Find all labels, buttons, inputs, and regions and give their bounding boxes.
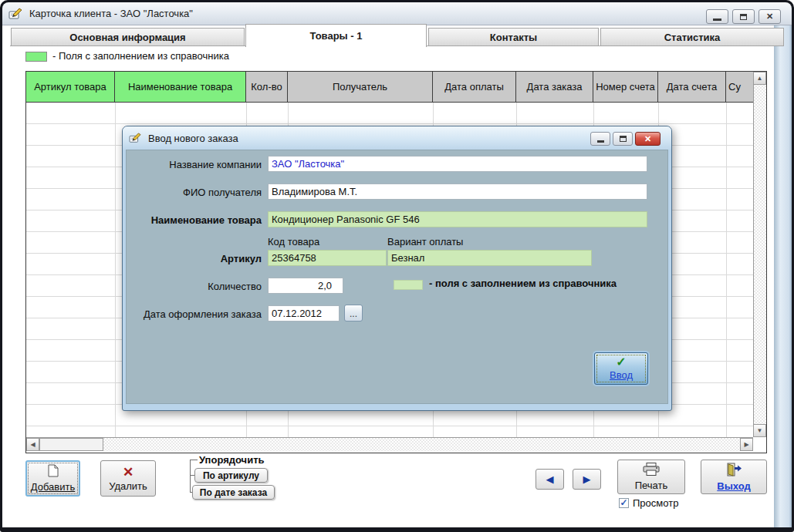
horizontal-scrollbar[interactable]: ◀ ▶	[26, 437, 753, 451]
next-record-button[interactable]: ▶	[573, 469, 601, 490]
exit-door-icon	[725, 463, 742, 479]
company-label: Название компании	[127, 157, 262, 173]
quantity-label: Количество	[127, 279, 262, 295]
column-header-payment-date: Дата оплаты	[433, 72, 516, 103]
order-date-input[interactable]	[268, 305, 340, 322]
preview-checkbox[interactable]: ✓	[619, 498, 629, 508]
scrollbar-corner	[753, 437, 766, 453]
tab-products[interactable]: Товары - 1	[245, 24, 427, 47]
legend-text: - Поля с заполнением из справочника	[52, 50, 229, 62]
delete-button-label: Удалить	[109, 480, 147, 492]
maximize-button[interactable]	[732, 9, 755, 24]
recipient-label: ФИО получателя	[127, 185, 262, 200]
print-button-label: Печать	[635, 480, 668, 491]
grid-column-line	[115, 103, 116, 437]
quantity-input[interactable]	[268, 278, 343, 294]
table-header-row: Артикул товара Наименование товара Кол-в…	[26, 72, 753, 103]
tab-statistics[interactable]: Статистика	[600, 28, 784, 46]
exit-button-label: Выход	[717, 480, 750, 492]
app-icon	[8, 8, 23, 20]
exit-button[interactable]: Выход	[701, 460, 767, 494]
scroll-down-button[interactable]: ▼	[753, 424, 766, 437]
scroll-up-button[interactable]: ▲	[753, 72, 766, 85]
dialog-legend-swatch	[394, 280, 423, 290]
scroll-left-icon: ◀	[30, 442, 35, 448]
minimize-button[interactable]	[706, 9, 728, 24]
column-header-invoice-date: Дата счета	[658, 72, 726, 103]
add-button[interactable]: Добавить	[25, 460, 80, 497]
printer-icon	[643, 463, 660, 478]
tab-main-info[interactable]: Основная информация	[11, 28, 245, 46]
left-arrow-icon: ◀	[546, 474, 554, 484]
window-title: Карточка клиента - ЗАО "Ласточка"	[29, 8, 193, 19]
column-header-order-date: Дата заказа	[516, 72, 593, 103]
order-date-label: Дата оформления заказа	[127, 307, 262, 322]
article-label: Артикул	[127, 251, 262, 267]
maximize-icon	[620, 136, 627, 142]
order-group-label: Упорядочить	[199, 454, 265, 466]
order-bracket-tick	[190, 460, 198, 460]
dialog-maximize-button[interactable]	[613, 132, 633, 146]
column-header-product-name: Наименование товара	[115, 72, 246, 103]
dialog-controls: ✕	[590, 132, 661, 146]
dialog-title-bar[interactable]: Ввод нового заказа ✕	[123, 126, 671, 150]
scroll-up-icon: ▲	[757, 76, 763, 82]
checkbox-check-icon: ✓	[620, 498, 627, 507]
delete-button[interactable]: ✕ Удалить	[100, 460, 156, 497]
add-button-label: Добавить	[31, 481, 75, 493]
minimize-icon	[713, 19, 721, 21]
print-button[interactable]: Печать	[617, 460, 685, 494]
close-button[interactable]: ✕	[759, 9, 781, 24]
company-input[interactable]	[268, 156, 647, 172]
previous-record-button[interactable]: ◀	[536, 469, 564, 490]
delete-x-icon: ✕	[123, 466, 133, 479]
scroll-right-icon: ▶	[744, 442, 748, 448]
order-by-date-button[interactable]: По дате заказа	[192, 485, 275, 500]
submit-order-button[interactable]: ✓ Ввод	[594, 352, 648, 385]
recipient-input[interactable]	[268, 184, 647, 200]
window-frame-right	[774, 25, 792, 527]
window-controls: ✕	[706, 9, 781, 24]
right-arrow-icon: ▶	[583, 474, 591, 484]
new-document-icon	[48, 464, 59, 480]
dialog-title: Ввод нового заказа	[148, 133, 238, 144]
new-order-dialog: Ввод нового заказа ✕ Название компании Ф…	[122, 126, 672, 411]
column-header-article: Артикул товара	[26, 72, 115, 103]
main-window: Карточка клиента - ЗАО "Ласточка" ✕ Осно…	[0, 0, 794, 532]
order-bracket-line	[190, 460, 191, 493]
close-icon: ✕	[644, 135, 651, 143]
dialog-body: Название компании ФИО получателя Наимено…	[126, 150, 668, 404]
column-header-invoice-number: Номер счета	[593, 72, 658, 103]
order-by-article-button[interactable]: По артикулу	[194, 468, 268, 483]
minimize-icon	[597, 140, 604, 143]
payment-option-label: Вариант оплаты	[387, 237, 463, 247]
submit-button-label: Ввод	[610, 369, 633, 381]
column-header-quantity: Кол-во	[246, 72, 288, 103]
dialog-close-button[interactable]: ✕	[635, 132, 661, 146]
product-code-label: Код товара	[268, 237, 319, 247]
close-icon: ✕	[766, 12, 773, 21]
hscroll-thumb[interactable]	[39, 438, 103, 451]
product-input[interactable]	[268, 211, 647, 227]
tab-contacts[interactable]: Контакты	[428, 28, 599, 46]
dialog-minimize-button[interactable]	[590, 132, 610, 146]
product-label: Наименование товара	[127, 213, 262, 228]
payment-option-input[interactable]	[387, 250, 592, 266]
scroll-right-button[interactable]: ▶	[740, 438, 753, 451]
vertical-scrollbar[interactable]: ▲ ▼	[753, 72, 766, 437]
scroll-left-button[interactable]: ◀	[26, 438, 39, 451]
check-icon: ✓	[616, 356, 626, 369]
grid-column-line	[726, 103, 727, 437]
date-browse-button[interactable]: ...	[344, 305, 363, 322]
preview-checkbox-label: Просмотр	[633, 497, 678, 509]
column-header-recipient: Получатель	[288, 72, 433, 103]
dialog-legend-text: - поля с заполнением из справочника	[429, 278, 617, 289]
article-input[interactable]	[268, 250, 387, 266]
scroll-down-icon: ▼	[757, 428, 763, 434]
dialog-app-icon	[129, 133, 142, 143]
title-bar[interactable]: Карточка клиента - ЗАО "Ласточка" ✕	[2, 2, 792, 25]
legend-green-swatch	[25, 52, 47, 62]
maximize-icon	[740, 14, 747, 20]
column-header-sum: Су	[726, 72, 753, 103]
